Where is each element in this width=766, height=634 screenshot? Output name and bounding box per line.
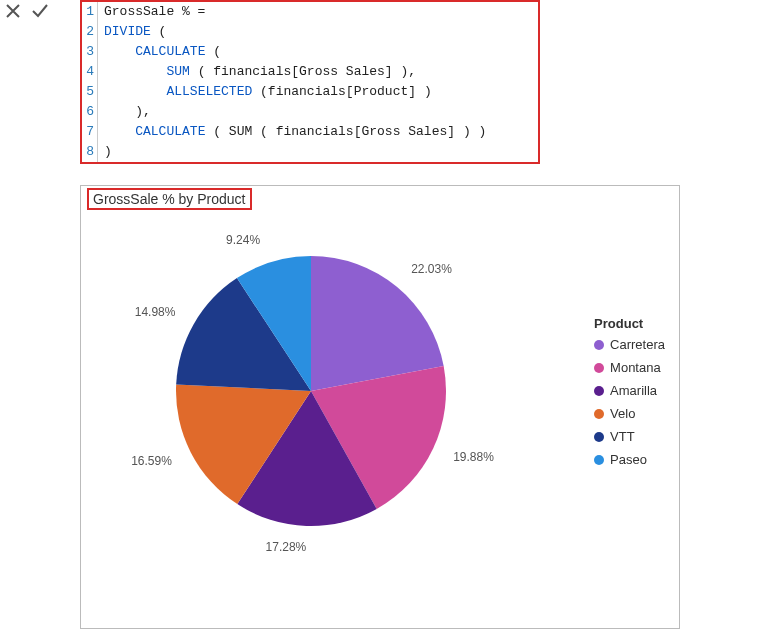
legend-label: Montana <box>610 360 661 375</box>
pie-chart-visual[interactable]: GrossSale % by Product Product Carretera… <box>80 185 680 629</box>
legend-label: Velo <box>610 406 635 421</box>
check-icon[interactable] <box>30 2 50 20</box>
legend: Product CarreteraMontanaAmarillaVeloVTTP… <box>594 316 665 475</box>
legend-label: Carretera <box>610 337 665 352</box>
formula-line: 6 ), <box>82 102 538 122</box>
legend-swatch <box>594 455 604 465</box>
legend-item[interactable]: Velo <box>594 406 665 421</box>
pie-chart <box>161 241 461 541</box>
formula-line: 1GrossSale % = <box>82 2 538 22</box>
legend-label: VTT <box>610 429 635 444</box>
formula-line: 8) <box>82 142 538 162</box>
data-label: 16.59% <box>131 454 172 468</box>
formula-line: 2DIVIDE ( <box>82 22 538 42</box>
legend-item[interactable]: Paseo <box>594 452 665 467</box>
legend-item[interactable]: VTT <box>594 429 665 444</box>
data-label: 14.98% <box>135 305 176 319</box>
formula-line: 7 CALCULATE ( SUM ( financials[Gross Sal… <box>82 122 538 142</box>
formula-line: 3 CALCULATE ( <box>82 42 538 62</box>
formula-line: 5 ALLSELECTED (financials[Product] ) <box>82 82 538 102</box>
legend-label: Amarilla <box>610 383 657 398</box>
chart-title: GrossSale % by Product <box>87 188 252 210</box>
legend-swatch <box>594 386 604 396</box>
legend-label: Paseo <box>610 452 647 467</box>
close-icon[interactable] <box>4 2 22 20</box>
legend-swatch <box>594 432 604 442</box>
legend-swatch <box>594 363 604 373</box>
legend-swatch <box>594 340 604 350</box>
formula-line: 4 SUM ( financials[Gross Sales] ), <box>82 62 538 82</box>
legend-swatch <box>594 409 604 419</box>
data-label: 19.88% <box>453 450 494 464</box>
legend-item[interactable]: Montana <box>594 360 665 375</box>
dax-formula-editor[interactable]: 1GrossSale % = 2DIVIDE ( 3 CALCULATE ( 4… <box>80 0 540 164</box>
legend-item[interactable]: Amarilla <box>594 383 665 398</box>
legend-item[interactable]: Carretera <box>594 337 665 352</box>
data-label: 9.24% <box>226 233 260 247</box>
data-label: 17.28% <box>266 540 307 554</box>
legend-title: Product <box>594 316 665 331</box>
data-label: 22.03% <box>411 262 452 276</box>
